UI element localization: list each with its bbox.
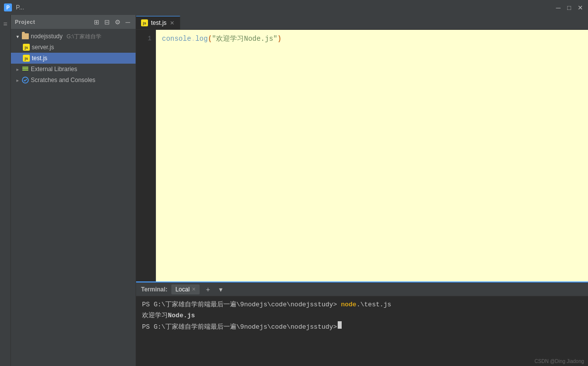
bottom-panel-header: Terminal: Local ✕ + ▾ [136,282,588,296]
terminal-tab-local[interactable]: Local ✕ [171,284,200,294]
terminal-line-3: PS G:\丁家雄自学前端最后一遍\9nodejs\code\nodejsstu… [142,321,582,333]
window-controls: ─ □ ✕ [554,3,584,11]
arrow-icon: ▸ [15,67,20,72]
sidebar: Project ⊞ ⊟ ⚙ ─ ▾ nodejsstudy G:\丁家雄自学 j… [11,15,136,366]
sidebar-title: Project [15,19,35,25]
tree-item-external-libs[interactable]: ▸ External Libraries [11,64,136,75]
js-icon: js [23,55,30,62]
terminal-dropdown-button[interactable]: ▾ [217,285,225,294]
terminal-output-bold: Node.js [168,310,195,321]
title-text: P... [16,4,24,11]
sidebar-sync-icon[interactable]: ⊞ [92,18,101,26]
code-console: console [162,35,191,43]
bottom-panel: Terminal: Local ✕ + ▾ PS G:\丁家雄自学前端最后一遍\… [136,281,588,366]
code-line-1: console.log("欢迎学习Node.js") [162,34,582,44]
watermark: CSDN @Ding Jiadong [534,359,584,364]
tree-item-scratches[interactable]: ▸ Scratches and Consoles [11,75,136,86]
folder-icon [22,33,29,39]
sidebar-collapse-icon[interactable]: ⊟ [103,18,111,26]
file-server-js: server.js [32,44,54,51]
content-area: js test.js ✕ 1 console.log("欢迎学习Node.js"… [136,15,588,366]
scratch-icon [22,77,29,84]
js-icon: js [23,44,30,51]
terminal-output-text: 欢迎学习 [142,310,168,321]
minimize-button[interactable]: ─ [554,3,562,11]
tab-close-button[interactable]: ✕ [169,19,175,27]
code-paren-open: ( [208,35,212,43]
file-test-js: test.js [32,55,47,62]
editor-area: 1 console.log("欢迎学习Node.js") [136,30,588,281]
tree-item-test-js[interactable]: js test.js [11,53,136,64]
project-gutter-icon[interactable]: ≡ [3,17,7,31]
sidebar-settings-icon[interactable]: ⚙ [113,18,122,26]
terminal-line-1: PS G:\丁家雄自学前端最后一遍\9nodejs\code\nodejsstu… [142,299,582,310]
code-string: "欢迎学习Node.js" [212,35,278,43]
ext-lib-icon [22,66,29,73]
code-paren-close: ) [277,35,281,43]
tree-item-server-js[interactable]: js server.js [11,42,136,53]
left-gutter: ≡ [0,15,11,366]
terminal-path-1: PS G:\丁家雄自学前端最后一遍\9nodejs\code\nodejsstu… [142,299,337,310]
tab-test-js[interactable]: js test.js ✕ [136,16,180,29]
app-icon: P [4,3,12,11]
arrow-icon: ▾ [15,34,20,39]
sidebar-content: ▾ nodejsstudy G:\丁家雄自学 js server.js js t… [11,29,136,366]
project-path: G:\丁家雄自学 [67,33,101,40]
external-libs-label: External Libraries [31,66,77,73]
project-name: nodejsstudy [31,33,63,40]
code-dot: . [191,35,195,43]
line-number-1: 1 [144,34,151,44]
terminal-arg: .\test.js [357,299,391,310]
sidebar-hide-icon[interactable]: ─ [124,18,132,26]
tab-filename: test.js [151,19,166,26]
maximize-button[interactable]: □ [565,3,573,11]
terminal-cursor [338,321,342,329]
terminal-tab-label: Local [175,286,190,293]
svg-rect-2 [22,70,28,71]
main-layout: ≡ Project ⊞ ⊟ ⚙ ─ ▾ nodejsstudy G:\丁家雄自学… [0,15,588,366]
terminal-title: Terminal: [141,286,167,293]
terminal-cmd: node [341,299,356,310]
terminal-line-2: 欢迎学习Node.js [142,310,582,321]
terminal-tab-close[interactable]: ✕ [192,286,196,292]
title-bar: P P... ─ □ ✕ [0,0,588,15]
tab-bar: js test.js ✕ [136,15,588,30]
terminal-path-2: PS G:\丁家雄自学前端最后一遍\9nodejs\code\nodejsstu… [142,322,337,333]
tab-js-icon: js [141,19,148,26]
svg-rect-0 [22,67,28,68]
terminal-add-button[interactable]: + [204,285,213,294]
sidebar-header-icons: ⊞ ⊟ ⚙ ─ [92,18,132,26]
arrow-icon: ▸ [15,78,20,83]
line-numbers: 1 [136,30,156,281]
sidebar-header: Project ⊞ ⊟ ⚙ ─ [11,15,136,29]
scratches-label: Scratches and Consoles [31,77,95,84]
terminal-content[interactable]: PS G:\丁家雄自学前端最后一遍\9nodejs\code\nodejsstu… [136,296,588,366]
svg-rect-1 [22,68,28,69]
code-log: log [195,35,208,43]
tree-item-project[interactable]: ▾ nodejsstudy G:\丁家雄自学 [11,31,136,42]
code-editor[interactable]: console.log("欢迎学习Node.js") [156,30,588,281]
close-button[interactable]: ✕ [576,3,584,11]
